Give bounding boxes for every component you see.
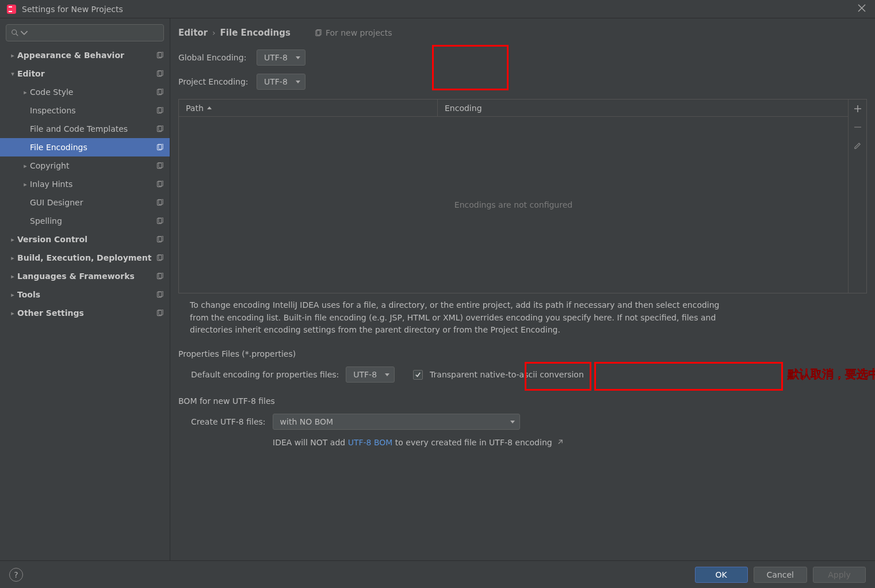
sidebar-item-label: Version Control (17, 235, 155, 244)
annotation-text: 默认取消，要选中 (788, 366, 875, 382)
global-encoding-combo[interactable]: UTF-8 (257, 49, 305, 66)
global-encoding-label: Global Encoding: (178, 53, 251, 62)
external-link-icon (557, 438, 563, 447)
content-panel: Editor › File Encodings For new projects… (170, 18, 875, 560)
sidebar-item-label: Build, Execution, Deployment (17, 253, 155, 262)
project-encoding-combo[interactable]: UTF-8 (257, 74, 305, 90)
chevron-down-icon (510, 421, 515, 423)
sidebar-item-label: Spelling (30, 216, 155, 226)
svg-rect-1 (9, 6, 12, 7)
sidebar-item-appearance-behavior[interactable]: ▸Appearance & Behavior (0, 46, 170, 64)
sidebar-item-other-settings[interactable]: ▸Other Settings (0, 304, 170, 322)
apply-button[interactable]: Apply (813, 567, 866, 583)
sidebar-item-build-execution-deployment[interactable]: ▸Build, Execution, Deployment (0, 249, 170, 267)
create-utf8-label: Create UTF-8 files: (178, 417, 266, 426)
ok-button[interactable]: OK (695, 567, 748, 583)
svg-rect-2 (9, 11, 12, 12)
project-encoding-label: Project Encoding: (178, 77, 251, 86)
project-scope-icon (155, 87, 165, 97)
search-options-icon (20, 29, 28, 37)
breadcrumb-root[interactable]: Editor (178, 28, 208, 38)
sidebar-item-tools[interactable]: ▸Tools (0, 285, 170, 304)
sidebar-item-label: Other Settings (17, 308, 155, 318)
project-scope-icon (155, 161, 165, 171)
dialog-footer: ? OK Cancel Apply (0, 560, 875, 588)
native-to-ascii-label[interactable]: Transparent native-to-ascii conversion (430, 370, 584, 379)
app-icon (7, 5, 16, 14)
sidebar-item-inspections[interactable]: Inspections (0, 101, 170, 120)
sidebar-item-label: Appearance & Behavior (17, 51, 155, 60)
project-scope-icon (155, 68, 165, 79)
project-scope-icon (155, 50, 165, 60)
svg-point-3 (12, 30, 17, 35)
settings-tree: ▸Appearance & Behavior▾Editor▸Code Style… (0, 46, 170, 555)
edit-button[interactable] (851, 139, 865, 152)
properties-encoding-combo[interactable]: UTF-8 (346, 366, 395, 383)
chevron-right-icon: ▸ (21, 162, 30, 170)
search-icon (11, 29, 19, 37)
sidebar-item-label: Editor (17, 69, 155, 78)
help-button[interactable]: ? (9, 568, 23, 582)
chevron-right-icon: ▸ (21, 181, 30, 188)
window-title: Settings for New Projects (22, 5, 855, 14)
sidebar-item-copyright[interactable]: ▸Copyright (0, 156, 170, 175)
sidebar-item-code-style[interactable]: ▸Code Style (0, 83, 170, 101)
native-to-ascii-checkbox[interactable] (413, 370, 423, 380)
sidebar-item-label: Languages & Frameworks (17, 272, 155, 281)
col-encoding[interactable]: Encoding (438, 100, 848, 116)
sidebar-item-version-control[interactable]: ▸Version Control (0, 230, 170, 249)
sort-asc-icon (207, 106, 212, 109)
create-utf8-combo[interactable]: with NO BOM (273, 414, 520, 430)
info-text: To change encoding IntelliJ IDEA uses fo… (170, 293, 734, 340)
breadcrumb: Editor › File Encodings For new projects (170, 28, 875, 46)
scope-note: For new projects (315, 28, 392, 37)
table-toolbar (848, 100, 866, 293)
project-scope-icon (155, 197, 165, 208)
chevron-down-icon (296, 81, 300, 83)
sidebar-item-languages-frameworks[interactable]: ▸Languages & Frameworks (0, 267, 170, 285)
section-properties: Properties Files (*.properties) (170, 340, 875, 362)
encodings-table: Path Encoding Encodings are not configur… (178, 99, 867, 293)
sidebar-item-file-encodings[interactable]: File Encodings (0, 138, 170, 156)
project-scope-icon (155, 253, 165, 263)
sidebar-item-file-and-code-templates[interactable]: File and Code Templates (0, 120, 170, 138)
search-input[interactable] (6, 24, 164, 41)
chevron-right-icon: ▸ (8, 254, 17, 262)
sidebar-item-gui-designer[interactable]: GUI Designer (0, 193, 170, 212)
section-bom: BOM for new UTF-8 files (170, 387, 875, 409)
settings-sidebar: ▸Appearance & Behavior▾Editor▸Code Style… (0, 18, 170, 560)
sidebar-item-inlay-hints[interactable]: ▸Inlay Hints (0, 175, 170, 193)
sidebar-item-label: File and Code Templates (30, 124, 155, 133)
sidebar-item-label: GUI Designer (30, 198, 155, 207)
close-button[interactable] (855, 1, 868, 17)
sidebar-item-label: Inspections (30, 106, 155, 115)
svg-rect-0 (7, 5, 16, 14)
add-button[interactable] (851, 102, 865, 116)
sidebar-item-label: Tools (17, 290, 155, 299)
sidebar-item-label: Copyright (30, 161, 155, 170)
cancel-button[interactable]: Cancel (754, 567, 807, 583)
sidebar-item-label: File Encodings (30, 143, 155, 152)
chevron-right-icon: ▸ (8, 52, 17, 59)
remove-button[interactable] (851, 120, 865, 134)
sidebar-item-label: Code Style (30, 87, 155, 97)
svg-line-4 (16, 34, 18, 36)
utf8-bom-link[interactable]: UTF-8 BOM (348, 438, 393, 447)
chevron-down-icon (296, 56, 300, 59)
project-scope-icon (155, 216, 165, 226)
col-path[interactable]: Path (179, 100, 438, 116)
table-empty-message: Encodings are not configured (179, 117, 848, 293)
chevron-right-icon: ▸ (8, 310, 17, 317)
project-scope-icon (155, 124, 165, 134)
sidebar-item-spelling[interactable]: Spelling (0, 212, 170, 230)
breadcrumb-leaf: File Encodings (220, 28, 291, 38)
sidebar-item-editor[interactable]: ▾Editor (0, 64, 170, 83)
chevron-down-icon: ▾ (8, 70, 17, 78)
chevron-right-icon: ▸ (8, 291, 17, 299)
project-scope-icon (155, 105, 165, 116)
project-scope-icon (155, 308, 165, 318)
chevron-right-icon: ▸ (8, 273, 17, 280)
copy-icon (315, 29, 322, 37)
sidebar-item-label: Inlay Hints (30, 180, 155, 189)
project-scope-icon (155, 179, 165, 189)
